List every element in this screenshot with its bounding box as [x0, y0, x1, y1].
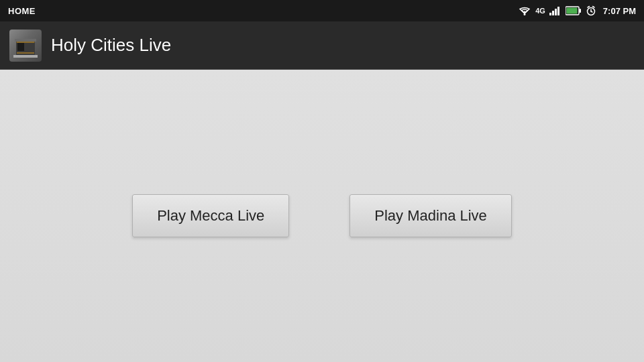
svg-rect-2: [552, 11, 554, 15]
status-bar: HOME 4G: [0, 0, 644, 21]
status-icons: 4G: [518, 5, 636, 16]
play-madina-button[interactable]: Play Madina Live: [350, 194, 512, 237]
svg-line-10: [591, 11, 592, 12]
kaaba-image: [9, 29, 42, 62]
svg-point-0: [524, 13, 526, 15]
app-bar: Holy Cities Live: [0, 21, 644, 70]
svg-rect-1: [549, 13, 551, 15]
play-mecca-button[interactable]: Play Mecca Live: [132, 194, 289, 237]
svg-rect-16: [17, 42, 34, 43]
svg-rect-6: [579, 9, 581, 13]
signal-icon: [549, 6, 561, 16]
wifi-icon: [518, 6, 531, 16]
main-content: Play Mecca Live Play Madina Live: [0, 70, 644, 362]
battery-icon: [566, 6, 582, 16]
svg-rect-18: [15, 39, 36, 42]
home-label: HOME: [8, 6, 36, 16]
svg-rect-15: [17, 43, 24, 51]
app-bar-title: Holy Cities Live: [51, 35, 171, 56]
svg-rect-4: [557, 7, 559, 15]
svg-rect-3: [555, 9, 557, 15]
svg-rect-7: [566, 8, 577, 14]
alarm-icon: [586, 5, 596, 16]
svg-rect-17: [17, 52, 34, 54]
status-time: 7:07 PM: [603, 6, 636, 16]
svg-line-12: [592, 7, 594, 8]
app-icon: [9, 29, 42, 62]
svg-rect-19: [13, 55, 38, 58]
svg-line-11: [588, 7, 590, 8]
network-type-icon: 4G: [535, 7, 545, 15]
